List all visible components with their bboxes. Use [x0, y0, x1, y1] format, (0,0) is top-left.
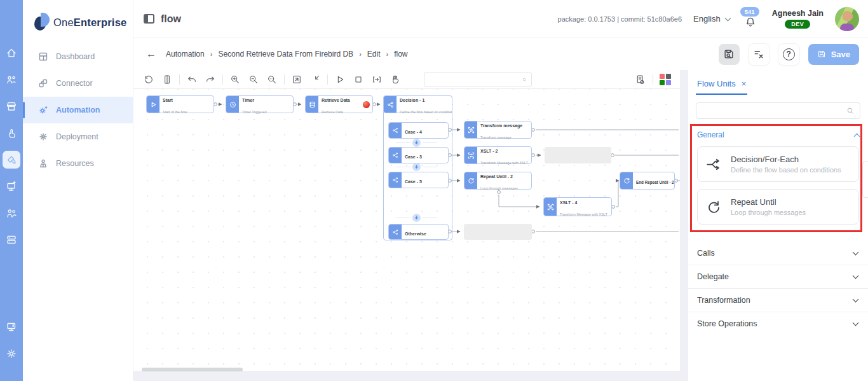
notifications-button[interactable]: 541: [742, 8, 761, 30]
flow-node-case-a[interactable]: Case - 4: [388, 122, 449, 139]
placeholder-node[interactable]: [464, 224, 532, 240]
breadcrumb-separator-icon: ›: [210, 50, 213, 58]
user-block[interactable]: Agneesh Jain DEV: [772, 9, 824, 29]
panel-drag-handle[interactable]: [862, 161, 868, 198]
home-icon[interactable]: [3, 44, 20, 62]
section-header-general[interactable]: General: [697, 130, 859, 139]
zoom-reset-icon[interactable]: [266, 73, 278, 86]
users-icon[interactable]: [3, 204, 20, 222]
language-selector[interactable]: English: [693, 14, 730, 24]
canvas-toolbar: [133, 70, 680, 89]
sidebar-item-connector[interactable]: Connector: [23, 70, 133, 97]
branch-icon: [389, 172, 402, 188]
transform-icon: [465, 147, 477, 163]
breadcrumb-item[interactable]: Edit: [367, 50, 381, 59]
canvas-body[interactable]: StartStart of the flow TimerTimer Trigge…: [133, 89, 680, 371]
section-header-store-operations[interactable]: Store Operations: [688, 312, 868, 335]
flow-node-xslt-4[interactable]: XSLT - 4Transform Message with XSLT: [543, 197, 612, 216]
help-button[interactable]: ?: [778, 44, 799, 65]
save-snapshot-button[interactable]: [719, 44, 740, 65]
database-icon: [306, 96, 318, 113]
collapse-view-icon[interactable]: [309, 73, 322, 86]
stop-flow-icon[interactable]: [352, 73, 365, 86]
notification-badge: 541: [740, 7, 759, 17]
unit-card-repeat-until[interactable]: Repeat Until Loop through messages: [697, 189, 859, 225]
flow-canvas: StartStart of the flow TimerTimer Trigge…: [133, 70, 680, 371]
tools-icon[interactable]: [3, 151, 20, 169]
placeholder-node[interactable]: [545, 147, 611, 163]
back-arrow-icon[interactable]: ←: [146, 48, 156, 60]
sidebar-item-resources[interactable]: Resources: [23, 150, 133, 177]
undo-icon[interactable]: [186, 73, 198, 86]
flow-node-end-repeat-until-2[interactable]: End Repeat Until - 2: [620, 172, 675, 190]
loop-icon: [465, 172, 477, 189]
brand-logo: OneEnterprise: [23, 0, 133, 34]
screen-share-icon[interactable]: [3, 318, 20, 336]
loop-icon: [620, 172, 633, 189]
add-case-button[interactable]: +: [412, 139, 421, 147]
legend-colors-icon[interactable]: [660, 74, 671, 85]
reload-icon[interactable]: [142, 73, 155, 86]
run-flow-icon[interactable]: [334, 73, 346, 86]
canvas-search-input[interactable]: [424, 73, 522, 87]
fit-screen-icon[interactable]: [290, 73, 303, 86]
unit-card-decision-for-each[interactable]: Decision/For-Each Define the flow based …: [697, 146, 859, 182]
zoom-in-icon[interactable]: [229, 73, 241, 86]
breadcrumb-item[interactable]: Automation: [166, 50, 205, 59]
clear-nodes-button[interactable]: [749, 44, 770, 65]
step-debug-icon[interactable]: [370, 73, 383, 86]
tab-flow-units[interactable]: Flow Units ×: [696, 79, 747, 95]
help-icon: ?: [783, 48, 795, 60]
touch-icon[interactable]: [3, 124, 20, 142]
copy-document-icon[interactable]: [161, 73, 173, 86]
monitor-star-icon[interactable]: [3, 177, 20, 195]
save-button[interactable]: Save: [808, 44, 859, 65]
settings-gear-icon[interactable]: [3, 345, 20, 363]
add-case-button[interactable]: +: [412, 214, 421, 222]
workspace: StartStart of the flow TimerTimer Trigge…: [133, 70, 868, 381]
server-icon[interactable]: [3, 231, 20, 249]
close-icon[interactable]: ×: [742, 80, 747, 88]
chevron-down-icon: [853, 273, 859, 279]
section-header-transformation[interactable]: Transformation: [688, 288, 868, 312]
breadcrumb-separator-icon: ›: [359, 50, 362, 58]
flow-node-case-b[interactable]: Case - 3: [388, 147, 449, 163]
flow-node-start[interactable]: StartStart of the flow: [146, 95, 214, 113]
zoom-out-icon[interactable]: [247, 73, 260, 86]
breadcrumb-item[interactable]: Second Retrieve Data From Firebird DB: [218, 50, 353, 59]
error-badge[interactable]: [363, 101, 370, 108]
breadcrumb-item[interactable]: flow: [394, 50, 407, 59]
icon-rail: [0, 0, 23, 381]
flow-node-transform-message[interactable]: Transform messageTransform message: [464, 121, 532, 139]
panel-toggle-icon[interactable]: [144, 14, 154, 24]
sidebar-item-deployment[interactable]: Deployment: [23, 123, 133, 150]
sidebar-item-dashboard[interactable]: Dashboard: [23, 43, 133, 70]
units-search-input[interactable]: [696, 103, 846, 118]
add-case-button[interactable]: +: [412, 163, 421, 171]
dashboard-icon: [38, 52, 48, 62]
flow-node-otherwise[interactable]: Otherwise: [388, 224, 449, 240]
flow-node-retrieve-data[interactable]: Retrieve DataRetrieve Data: [305, 95, 373, 113]
flow-node-xslt-2[interactable]: XSLT - 2Transform Message with XSLT: [464, 146, 532, 164]
sidebar-item-automation[interactable]: Automation: [23, 97, 133, 123]
user-avatar[interactable]: [835, 7, 859, 31]
brand-logo-icon: [34, 13, 50, 32]
deployment-icon: [38, 132, 48, 142]
horizontal-scrollbar[interactable]: [142, 368, 243, 371]
flow-node-decision-1[interactable]: Decision - 1Define the flow based on con…: [383, 95, 452, 113]
flow-node-case-c[interactable]: Case - 5: [388, 172, 449, 188]
redo-icon[interactable]: [204, 73, 217, 86]
bell-icon: [744, 16, 757, 29]
community-icon[interactable]: [3, 71, 20, 88]
flow-node-timer[interactable]: TimerTimer Triggered: [226, 95, 294, 113]
pan-hand-icon[interactable]: [389, 73, 402, 86]
section-header-calls[interactable]: Calls: [688, 241, 868, 265]
add-case-row: +: [396, 139, 437, 147]
store-icon[interactable]: [3, 97, 20, 115]
branch-icon: [389, 225, 402, 239]
section-header-delegate[interactable]: Delegate: [688, 265, 868, 288]
chevron-down-icon: [853, 296, 859, 303]
flow-node-repeat-until-2[interactable]: Repeat Until - 2Loop through messages: [464, 172, 532, 190]
log-preview-icon[interactable]: [634, 73, 646, 86]
resources-icon: [38, 158, 48, 169]
